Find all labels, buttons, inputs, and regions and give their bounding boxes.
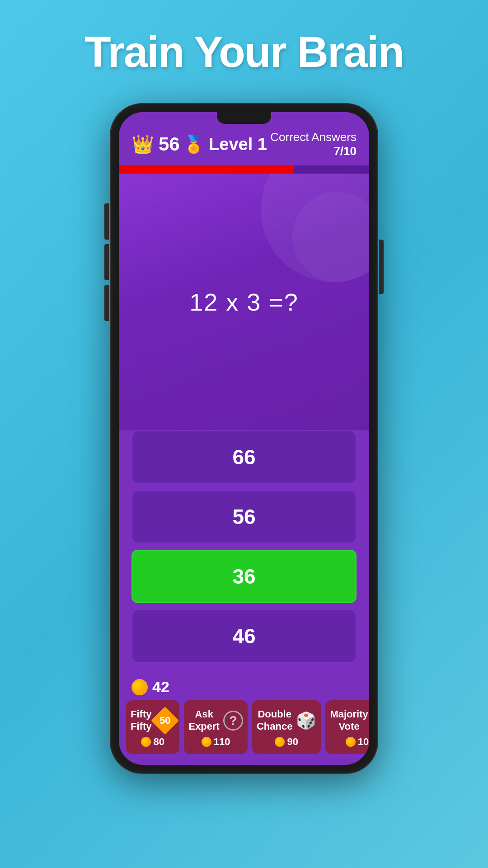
lifelines-row: FiftyFifty 50 80 AskExpert ? [119,700,369,765]
lifeline-double-chance-cost: 90 [275,736,298,748]
answer-btn-1[interactable]: 56 [131,490,357,543]
qmark-icon: ? [223,711,243,731]
lifeline-double-chance-top: DoubleChance 🎲 [257,708,316,732]
lifeline-fifty-fifty[interactable]: FiftyFifty 50 80 [126,700,179,754]
coins-row: 42 [119,672,369,700]
phone-container: 👑 56 🏅 Level 1 Correct Answers 7/10 [111,104,377,773]
lifeline-double-chance-coin [275,737,285,747]
star-icon: 🏅 [183,134,204,154]
lifeline-ask-expert-price: 110 [214,736,230,748]
diamond-icon: 50 [151,706,179,734]
correct-value: 7/10 [270,144,357,158]
lifeline-majority-vote-coin [346,737,356,747]
question-area: 12 x 3 =? [119,174,369,430]
correct-label: Correct Answers [270,130,357,144]
notch [217,112,271,124]
progress-bar-container [119,165,369,174]
lifeline-ask-expert-coin [202,737,211,747]
answer-btn-3[interactable]: 46 [131,609,357,663]
dice-icon: 🎲 [296,711,316,730]
lifeline-majority-vote-top: MajorityVote 👥 [330,708,369,732]
crown-icon: 👑 [131,134,154,155]
lifeline-fifty-fifty-top: FiftyFifty 50 [131,708,175,732]
lifeline-double-chance-price: 90 [287,736,298,748]
progress-bar-fill [119,165,294,174]
phone-shell: 👑 56 🏅 Level 1 Correct Answers 7/10 [111,104,377,773]
answer-btn-2[interactable]: 36 [131,550,357,603]
lifeline-fifty-fifty-name: FiftyFifty [131,708,151,732]
coin-icon [131,679,148,695]
lifeline-double-chance[interactable]: DoubleChance 🎲 90 [252,700,321,754]
level-section: 🏅 Level 1 [183,134,267,154]
question-text: 12 x 3 =? [189,288,299,316]
answer-btn-0[interactable]: 66 [131,430,357,484]
lifeline-majority-vote[interactable]: MajorityVote 👥 100 [325,700,369,754]
lifeline-ask-expert-cost: 110 [202,736,230,748]
lifeline-fifty-fifty-cost: 80 [141,736,164,748]
lifeline-ask-expert-top: AskExpert ? [188,708,243,732]
lifeline-ask-expert-name: AskExpert [188,708,219,732]
page-title: Train Your Brain [84,27,404,77]
lifeline-fifty-fifty-coin [141,737,151,747]
phone-screen: 👑 56 🏅 Level 1 Correct Answers 7/10 [119,112,369,765]
correct-answers: Correct Answers 7/10 [270,130,357,158]
score-value: 56 [159,133,180,155]
lifeline-double-chance-name: DoubleChance [257,708,292,732]
lifeline-majority-vote-name: MajorityVote [330,708,368,732]
level-text: Level 1 [209,135,267,154]
lifeline-majority-vote-price: 100 [358,736,369,748]
answers-section: 66 56 36 46 [119,430,369,672]
score-section: 👑 56 [131,133,180,155]
lifeline-fifty-fifty-price: 80 [153,736,164,748]
lifeline-majority-vote-cost: 100 [346,736,369,748]
coins-value: 42 [152,678,169,696]
lifeline-ask-expert[interactable]: AskExpert ? 110 [184,700,247,754]
